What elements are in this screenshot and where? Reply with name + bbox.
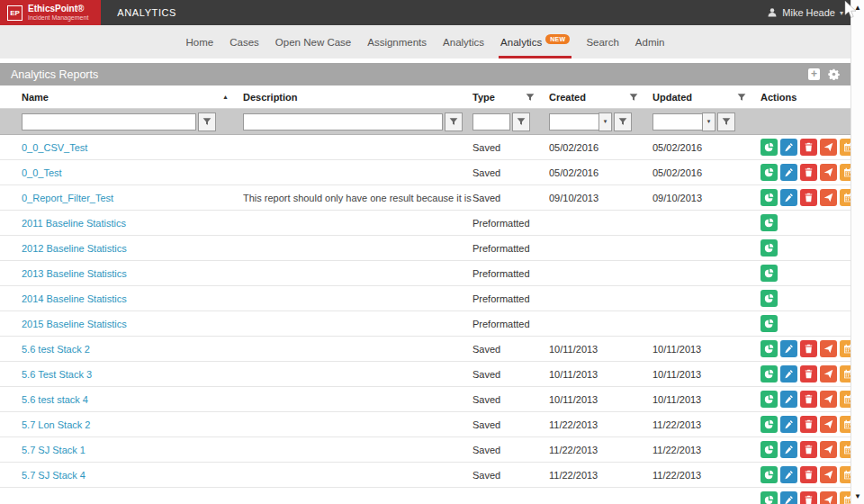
created-filter-funnel-button[interactable] — [614, 112, 632, 131]
type-filter-icon[interactable] — [526, 93, 535, 102]
updated-filter-icon[interactable] — [737, 93, 746, 102]
report-link[interactable]: 5.7 Lon Stack 2 — [22, 419, 90, 430]
column-header-name[interactable]: Name — [22, 92, 49, 103]
edit-report-button[interactable] — [780, 189, 797, 206]
column-header-created[interactable]: Created — [549, 92, 586, 103]
report-link[interactable]: 2014 Baseline Statistics — [22, 293, 127, 304]
edit-report-button[interactable] — [780, 139, 797, 156]
send-report-button[interactable] — [820, 391, 837, 408]
report-link[interactable]: 5.6 Test Stack 3 — [22, 369, 92, 380]
delete-report-button[interactable] — [800, 164, 817, 181]
view-report-button[interactable] — [760, 441, 778, 458]
cell-type: Saved — [472, 142, 549, 153]
edit-report-button[interactable] — [780, 365, 797, 382]
nav-item-analytics-new[interactable]: AnalyticsNEW — [499, 25, 572, 58]
created-filter-input[interactable] — [549, 113, 599, 130]
name-filter-input[interactable] — [22, 113, 196, 130]
updated-datepicker-button[interactable]: ▾ — [702, 112, 716, 131]
delete-report-button[interactable] — [800, 365, 817, 382]
edit-report-button[interactable] — [780, 491, 797, 504]
report-link[interactable]: 5.7 SJ Stack 4 — [22, 470, 86, 481]
view-report-button[interactable] — [760, 466, 778, 483]
report-link[interactable]: 0_0_CSV_Test — [22, 142, 87, 153]
delete-report-button[interactable] — [800, 466, 817, 483]
edit-report-button[interactable] — [780, 340, 797, 357]
delete-report-button[interactable] — [800, 189, 817, 206]
view-report-button[interactable] — [760, 365, 778, 382]
nav-item-search[interactable]: Search — [584, 25, 620, 58]
edit-report-button[interactable] — [780, 164, 797, 181]
edit-report-button[interactable] — [780, 416, 797, 433]
send-report-button[interactable] — [820, 340, 837, 357]
row-actions — [760, 365, 857, 382]
vertical-scrollbar[interactable]: ▲ ▼ — [850, 0, 864, 504]
created-filter-icon[interactable] — [629, 93, 638, 102]
send-report-button[interactable] — [820, 139, 837, 156]
send-report-button[interactable] — [820, 466, 837, 483]
delete-report-button[interactable] — [800, 139, 817, 156]
description-filter-funnel-button[interactable] — [445, 112, 463, 131]
cell-updated: 09/10/2013 — [652, 193, 760, 203]
send-report-button[interactable] — [820, 365, 837, 382]
delete-report-button[interactable] — [800, 491, 817, 504]
type-filter-funnel-button[interactable] — [512, 112, 530, 131]
view-report-button[interactable] — [760, 239, 778, 256]
report-link[interactable]: 2015 Baseline Statistics — [22, 319, 127, 329]
scroll-down-icon[interactable]: ▼ — [854, 489, 861, 504]
delete-report-button[interactable] — [800, 441, 817, 458]
view-report-button[interactable] — [760, 315, 778, 332]
view-report-button[interactable] — [760, 340, 778, 357]
updated-filter-input[interactable] — [652, 113, 703, 130]
view-report-button[interactable] — [760, 214, 778, 231]
row-actions — [760, 441, 857, 458]
created-datepicker-button[interactable]: ▾ — [598, 112, 612, 131]
edit-report-button[interactable] — [780, 391, 797, 408]
view-report-button[interactable] — [760, 290, 778, 307]
report-link[interactable]: 0_Report_Filter_Test — [22, 193, 113, 203]
delete-report-button[interactable] — [800, 340, 817, 357]
view-report-button[interactable] — [760, 391, 778, 408]
column-header-description[interactable]: Description — [243, 92, 298, 103]
description-filter-input[interactable] — [243, 113, 443, 130]
cell-created: 05/02/2016 — [549, 142, 652, 153]
column-header-updated[interactable]: Updated — [652, 92, 692, 103]
add-report-button[interactable]: + — [808, 68, 820, 80]
send-report-button[interactable] — [820, 441, 837, 458]
view-report-button[interactable] — [760, 416, 778, 433]
report-link[interactable]: 5.7 SJ Stack 1 — [22, 445, 86, 455]
nav-item-assignments[interactable]: Assignments — [365, 25, 428, 58]
settings-button[interactable] — [828, 68, 840, 80]
sort-asc-icon[interactable]: ▲ — [222, 94, 229, 100]
send-report-button[interactable] — [820, 164, 837, 181]
report-link[interactable]: 2011 Baseline Statistics — [22, 218, 126, 229]
nav-item-cases[interactable]: Cases — [228, 25, 261, 58]
report-link[interactable]: 0_0_Test — [22, 167, 62, 178]
scroll-up-icon[interactable]: ▲ — [854, 0, 861, 15]
view-report-button[interactable] — [760, 491, 778, 504]
delete-report-button[interactable] — [800, 416, 817, 433]
send-report-button[interactable] — [820, 189, 837, 206]
updated-filter-funnel-button[interactable] — [717, 112, 735, 131]
report-link[interactable]: 2012 Baseline Statistics — [22, 243, 127, 254]
delete-report-button[interactable] — [800, 391, 817, 408]
view-report-button[interactable] — [760, 265, 778, 282]
user-menu[interactable]: Mike Heade ▾ — [767, 7, 850, 18]
edit-report-button[interactable] — [780, 466, 797, 483]
nav-item-open-new-case[interactable]: Open New Case — [274, 25, 353, 58]
name-filter-funnel-button[interactable] — [198, 112, 216, 131]
type-filter-input[interactable] — [472, 113, 510, 130]
column-header-type[interactable]: Type — [472, 92, 495, 103]
send-report-button[interactable] — [820, 491, 837, 504]
edit-report-button[interactable] — [780, 441, 797, 458]
report-link[interactable]: 5.6 test stack 4 — [22, 394, 88, 405]
send-report-button[interactable] — [820, 416, 837, 433]
nav-item-admin[interactable]: Admin — [634, 25, 667, 58]
nav-item-home[interactable]: Home — [184, 25, 216, 58]
report-link[interactable]: 2013 Baseline Statistics — [22, 268, 127, 279]
nav-item-analytics[interactable]: Analytics — [441, 25, 486, 58]
view-report-button[interactable] — [760, 189, 778, 206]
view-report-button[interactable] — [760, 139, 778, 156]
report-link[interactable]: 5.6 test Stack 2 — [22, 344, 90, 355]
cell-created: 05/02/2016 — [549, 167, 652, 178]
view-report-button[interactable] — [760, 164, 778, 181]
